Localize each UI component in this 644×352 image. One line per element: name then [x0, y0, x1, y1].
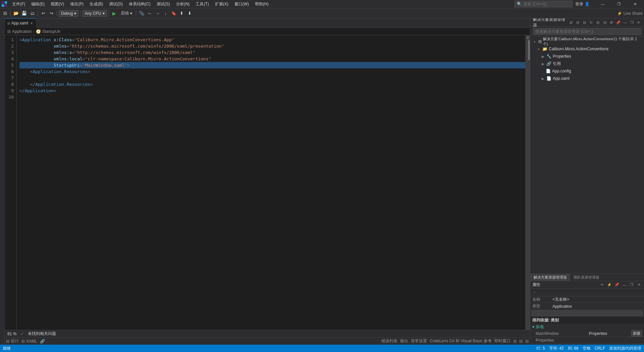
- play-btn[interactable]: ▶: [111, 10, 118, 17]
- cpu-dropdown[interactable]: Any CPU ▾: [82, 10, 107, 17]
- scrollbar-track[interactable]: [526, 40, 530, 330]
- menu-right: 🔍 登录 👤 — ❐ ✕: [515, 0, 643, 8]
- prop-item-name-label: MainWindow: [536, 331, 589, 336]
- layout-icon3: ⊟: [525, 339, 529, 344]
- design-btn[interactable]: ⊟ 设计: [6, 338, 19, 344]
- breadcrumb-segment[interactable]: Application: [12, 29, 32, 34]
- live-share-btn[interactable]: ⚡ Live Share: [617, 11, 643, 16]
- redo-btn[interactable]: ↪: [48, 10, 55, 17]
- cpu-label: Any CPU: [85, 11, 101, 16]
- tab-immediate[interactable]: 即时窗口: [494, 338, 511, 344]
- dropdown-arrow-icon: ▾: [74, 11, 76, 16]
- prop-back-btn[interactable]: ←: [532, 289, 538, 295]
- maximize-button[interactable]: ❐: [611, 0, 627, 8]
- search-box[interactable]: 🔍: [515, 1, 573, 7]
- menu-view[interactable]: 视图(V): [48, 1, 67, 8]
- breadcrumb-nav-dropdown[interactable]: StartupUri: [42, 29, 60, 34]
- se-pin-btn[interactable]: 📌: [615, 19, 621, 25]
- menu-file[interactable]: 文件(F): [9, 1, 28, 8]
- tree-app-xaml[interactable]: ▶ 📄 App.xaml: [530, 75, 644, 82]
- prop-edit-btn[interactable]: ✏: [599, 282, 605, 288]
- prop-close-btn[interactable]: ✕: [636, 282, 642, 288]
- code-editor[interactable]: <Application x:Class="Caliburn.Micro.Act…: [17, 35, 525, 330]
- menu-tools[interactable]: 工具(T): [193, 1, 211, 8]
- menu-project[interactable]: 项目(P): [67, 1, 86, 8]
- tab-errors[interactable]: 错误列表: [381, 338, 397, 344]
- se-refresh-btn[interactable]: ↻: [589, 19, 594, 25]
- save-all-btn[interactable]: 🗂: [29, 10, 36, 17]
- search-input[interactable]: [523, 2, 570, 6]
- code-container: 1 2 3 4 5 6 7 8 9 10 <Application x:Clas…: [5, 35, 530, 330]
- login-label[interactable]: 登录: [575, 1, 583, 7]
- tab-output[interactable]: 输出: [400, 338, 408, 344]
- step3-btn[interactable]: ↓: [162, 10, 169, 17]
- step2-btn[interactable]: →: [154, 10, 161, 17]
- solution-panel-tabs: 解决方案资源管理器 团队资源管理器: [530, 274, 644, 281]
- tree-solution-root[interactable]: ▾ ⊟ 解决方案'Caliburn.Micro.ActionConvertion…: [530, 38, 644, 45]
- new-project-btn[interactable]: ⊟: [1, 10, 9, 17]
- menu-debug[interactable]: 调试(D): [106, 1, 125, 8]
- attach-btn[interactable]: 📎: [138, 10, 145, 17]
- zoom-level[interactable]: 81 %: [7, 332, 16, 336]
- xaml-arrow-icon: ▶: [542, 77, 546, 80]
- tree-references[interactable]: ▶ 🔗 引用: [530, 60, 644, 67]
- prop-lightning-btn[interactable]: ⚡: [606, 282, 612, 288]
- se-sync-btn[interactable]: ⇄: [568, 19, 574, 25]
- prop-pin-btn[interactable]: 📌: [614, 282, 620, 288]
- menu-analyze[interactable]: 分析(N): [173, 1, 193, 8]
- solution-search-input[interactable]: [533, 28, 641, 35]
- xaml-file-label: App.xaml: [553, 76, 570, 81]
- tab-codelens[interactable]: CodeLens C# 和 Visual Basic 参考: [430, 338, 492, 344]
- bookmark-btn[interactable]: 🔖: [170, 10, 177, 17]
- close-button[interactable]: ✕: [627, 0, 643, 8]
- se-collapse-btn[interactable]: ⊟: [595, 19, 601, 25]
- bookmark3-btn[interactable]: ⬇: [186, 10, 194, 17]
- status-row: 行: 5: [536, 346, 545, 351]
- se-maximize-btn[interactable]: ❐: [629, 19, 635, 25]
- add-code-region-btn[interactable]: +: [526, 35, 530, 40]
- run-label-btn[interactable]: 启动 ▾: [119, 10, 134, 17]
- prop-minimize-btn[interactable]: —: [621, 282, 627, 288]
- tab-app-xaml[interactable]: ⊟ App.xaml ✕: [5, 18, 37, 28]
- bookmark2-btn[interactable]: ⬆: [178, 10, 185, 17]
- debug-mode-dropdown[interactable]: Debug ▾: [59, 10, 78, 17]
- no-issues-label: 未找到相关问题: [28, 331, 56, 337]
- add-code-label[interactable]: 添加到源代码管理: [609, 346, 641, 351]
- code-line-6: <Application.Resources>: [19, 68, 525, 75]
- tab-exceptions[interactable]: 异常设置: [411, 338, 427, 344]
- app-logo: [1, 1, 7, 7]
- tab-solution-explorer[interactable]: 解决方案资源管理器: [530, 274, 570, 281]
- search-icon: 🔍: [517, 2, 522, 6]
- tab-close-btn[interactable]: ✕: [30, 21, 34, 25]
- code-line-2: xmlns="http://schemas.microsoft.com/winf…: [19, 43, 525, 49]
- tree-properties[interactable]: ▶ 🔧 Properties: [530, 53, 644, 60]
- tab-bar: ⊟ App.xaml ✕: [5, 18, 530, 28]
- prop-new-button[interactable]: 新建: [631, 330, 642, 337]
- code-line-1: <Application x:Class="Caliburn.Micro.Act…: [19, 37, 525, 43]
- menu-window[interactable]: 窗口(W): [232, 1, 252, 8]
- menu-test[interactable]: 测试(S): [154, 1, 173, 8]
- se-close-btn[interactable]: ✕: [636, 19, 641, 25]
- se-filter-btn[interactable]: ⊟: [602, 19, 607, 25]
- tab-team-explorer[interactable]: 团队资源管理器: [570, 274, 603, 281]
- se-minimize-btn[interactable]: —: [622, 19, 628, 25]
- save-btn[interactable]: 💾: [20, 10, 28, 17]
- se-settings-btn[interactable]: ⚙: [609, 19, 614, 25]
- se-prop-btn[interactable]: ⊟: [575, 19, 580, 25]
- window-controls: — ❐ ✕: [595, 0, 643, 8]
- menu-extensions[interactable]: 扩展(X): [212, 1, 231, 8]
- menu-architecture[interactable]: 体系结构(C): [126, 1, 153, 8]
- step-btn[interactable]: ↔: [146, 10, 153, 17]
- menu-build[interactable]: 生成(B): [87, 1, 106, 8]
- xaml-btn[interactable]: ⊟ XAML: [21, 339, 37, 344]
- minimize-button[interactable]: —: [595, 0, 610, 8]
- tab-label: App.xaml: [11, 21, 28, 25]
- prop-maximize-btn[interactable]: ❐: [629, 282, 635, 288]
- se-show-btn[interactable]: ⊟: [582, 19, 587, 25]
- menu-edit[interactable]: 编辑(E): [29, 1, 47, 8]
- prop-search-input[interactable]: [532, 310, 643, 316]
- undo-btn[interactable]: ↩: [40, 10, 47, 17]
- menu-help[interactable]: 帮助(H): [252, 1, 271, 8]
- tree-app-config[interactable]: 📄 App.config: [530, 67, 644, 75]
- open-btn[interactable]: 📂: [12, 10, 20, 17]
